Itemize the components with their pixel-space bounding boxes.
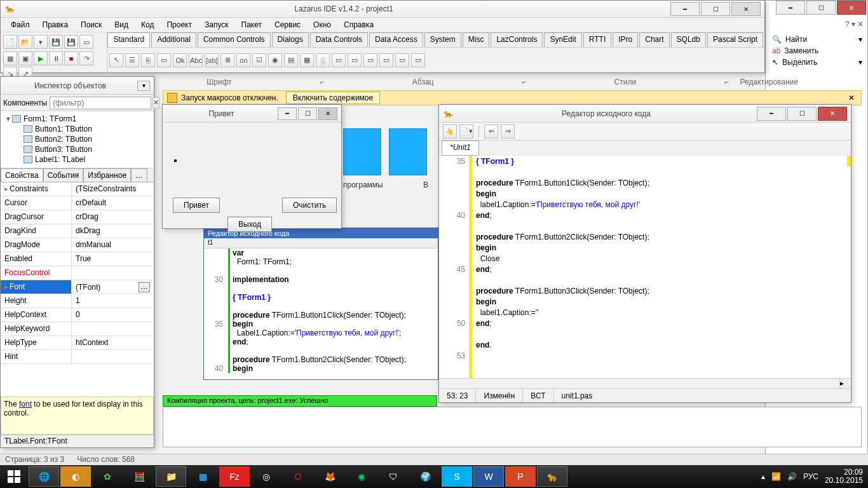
messages-area[interactable] — [163, 407, 862, 447]
task-browser[interactable]: 🌍 — [410, 466, 440, 487]
comp-tab[interactable]: System — [424, 32, 461, 47]
view-units-icon[interactable]: ▦ — [3, 51, 17, 65]
arrow-icon[interactable]: ▾ — [34, 35, 48, 49]
button1[interactable]: Привет — [173, 198, 220, 213]
palette-icon[interactable]: ◉ — [268, 53, 282, 67]
fd-minimize[interactable]: ━ — [278, 107, 297, 120]
tree-node[interactable]: Button3: TButton — [2, 144, 153, 154]
property-row[interactable]: ▸Constraints(TSizeConstraints — [1, 182, 154, 196]
comp-tab[interactable]: LazControls — [491, 32, 543, 47]
palette-icon[interactable]: ≣ — [220, 53, 234, 67]
tray-clock[interactable]: 20:0920.10.2015 — [825, 468, 863, 485]
inspector-tab[interactable]: … — [131, 168, 147, 182]
component-tabs[interactable]: StandardAdditionalCommon ControlsDialogs… — [107, 32, 764, 48]
find-button[interactable]: 🔍Найти ▾ — [770, 34, 865, 45]
tree-node[interactable]: Button2: TButton — [2, 134, 153, 144]
property-row[interactable]: EnabledTrue — [1, 252, 154, 266]
task-circle[interactable]: ◎ — [251, 466, 281, 487]
palette-icon[interactable]: ▭ — [157, 53, 171, 67]
comp-tab[interactable]: Chart — [639, 32, 669, 47]
tree-node[interactable]: Label1: TLabel — [2, 154, 153, 165]
comp-tab[interactable]: SQLdb — [671, 32, 706, 47]
task-corel[interactable]: ✿ — [92, 466, 123, 487]
palette-icon[interactable]: ▭ — [379, 53, 393, 67]
ed-minimize[interactable]: ━ — [757, 107, 786, 121]
property-row[interactable]: DragKinddkDrag — [1, 224, 154, 238]
laz-close[interactable]: ✕ — [731, 2, 761, 16]
task-kz[interactable]: 🛡 — [378, 466, 409, 487]
select-button[interactable]: ↖Выделить ▾ — [770, 57, 865, 68]
editor-tab[interactable]: *Unit1 — [442, 140, 479, 156]
taskbar[interactable]: 🌐 ◐ ✿ 🧮 📁 ▦ Fz ◎ O 🦊 ◉ 🛡 🌍 S W P 🐆 ▴ 📶 🔊… — [0, 465, 868, 488]
menu-Пакет[interactable]: Пакет — [235, 18, 268, 31]
palette-icon[interactable]: ☰ — [125, 53, 139, 67]
comp-tab[interactable]: Dialogs — [272, 32, 309, 47]
menu-Файл[interactable]: Файл — [4, 18, 36, 31]
palette-icon[interactable]: ▦ — [300, 53, 314, 67]
comp-tab[interactable]: Standard — [107, 32, 150, 47]
component-palette[interactable]: ↖☰⎘▭OkAbc[ab]≣on☑◉▤▦░▭▭▭▭▭▭ — [107, 48, 764, 72]
property-row[interactable]: HelpKeyword — [1, 322, 154, 336]
button3[interactable]: Выход — [227, 217, 272, 232]
menu-Справка[interactable]: Справка — [337, 18, 380, 31]
property-row[interactable]: DragModedmManual — [1, 238, 154, 252]
property-row[interactable]: Height1 — [1, 294, 154, 308]
main-menu[interactable]: ФайлПравкаПоискВидКодПроектЗапускПакетСе… — [1, 18, 764, 32]
component-tree[interactable]: ▾Form1: TForm1Button1: TButtonButton2: T… — [1, 111, 154, 168]
palette-icon[interactable]: [ab] — [205, 53, 219, 67]
ed-maximize[interactable]: ☐ — [787, 107, 817, 121]
comp-tab[interactable]: IPro — [613, 32, 638, 47]
inspector-tab[interactable]: Свойства — [1, 168, 43, 182]
comp-tab[interactable]: Common Controls — [198, 32, 271, 47]
fd-maximize[interactable]: ☐ — [298, 107, 317, 120]
task-chrome[interactable]: 🌐 — [29, 466, 59, 487]
property-row[interactable]: HelpTypehtContext — [1, 336, 154, 350]
comp-tab[interactable]: RTTI — [583, 32, 611, 47]
task-opera[interactable]: O — [283, 466, 313, 487]
property-row[interactable]: Hint — [1, 350, 154, 364]
help-icon[interactable]: ? ▾ ✕ — [845, 20, 864, 29]
code-area[interactable]: 3540455053 { TForm1 }procedure TForm1.Bu… — [439, 156, 851, 378]
tray-net-icon[interactable]: 📶 — [771, 472, 781, 481]
menu-Проект[interactable]: Проект — [160, 18, 198, 31]
property-row[interactable]: DragCursorcrDrag — [1, 210, 154, 224]
run-icon[interactable]: ▶ — [34, 51, 48, 65]
task-word[interactable]: W — [473, 466, 504, 487]
label-placeholder[interactable] — [174, 159, 177, 162]
inspector-tab[interactable]: Избранное — [83, 168, 131, 182]
fd-close[interactable]: ✕ — [318, 107, 337, 120]
clear-filter-icon[interactable]: ✕ — [153, 97, 159, 109]
menu-Поиск[interactable]: Поиск — [74, 18, 108, 31]
comp-tab[interactable]: Pascal Script — [707, 32, 763, 47]
task-fz[interactable]: Fz — [219, 466, 250, 487]
new-form-icon[interactable]: ▭ — [79, 35, 93, 49]
palette-icon[interactable]: ⎘ — [141, 53, 155, 67]
task-spiral[interactable]: ◉ — [346, 466, 377, 487]
new-unit-icon[interactable]: 📄 — [3, 35, 17, 49]
inspector-tab[interactable]: События — [43, 168, 84, 182]
palette-icon[interactable]: ▭ — [411, 53, 425, 67]
task-app[interactable]: ◐ — [60, 466, 91, 487]
bgword-minimize[interactable]: ━ — [776, 1, 805, 15]
property-row[interactable]: FocusControl — [1, 266, 154, 280]
inspector-tabs[interactable]: СвойстваСобытияИзбранное… — [1, 168, 154, 182]
bgword-maximize[interactable]: ☐ — [806, 1, 836, 15]
palette-icon[interactable]: ▭ — [348, 53, 362, 67]
open-icon[interactable]: 📂 — [18, 35, 32, 49]
menu-Вид[interactable]: Вид — [108, 18, 135, 31]
palette-icon[interactable]: ☑ — [252, 53, 266, 67]
laz-maximize[interactable]: ☐ — [701, 2, 730, 16]
nav-back-icon[interactable]: ⇐ — [484, 125, 498, 139]
tray-up-icon[interactable]: ▴ — [761, 472, 765, 481]
property-row[interactable]: HelpContext0 — [1, 308, 154, 322]
form-canvas[interactable]: Привет Очистить Выход — [163, 123, 341, 228]
view-forms-icon[interactable]: ▣ — [18, 51, 32, 65]
replace-button[interactable]: abЗаменить — [770, 45, 865, 57]
code-text[interactable]: { TForm1 }procedure TForm1.Button1Click(… — [470, 156, 851, 378]
task-app2[interactable]: ▦ — [187, 466, 218, 487]
menu-Запуск[interactable]: Запуск — [198, 18, 235, 31]
nav-fwd-icon[interactable]: ⇒ — [501, 125, 515, 139]
help-link[interactable]: font — [19, 400, 32, 409]
palette-icon[interactable]: Ok — [173, 53, 187, 67]
property-row[interactable]: ▸Font(TFont)… — [1, 280, 154, 294]
